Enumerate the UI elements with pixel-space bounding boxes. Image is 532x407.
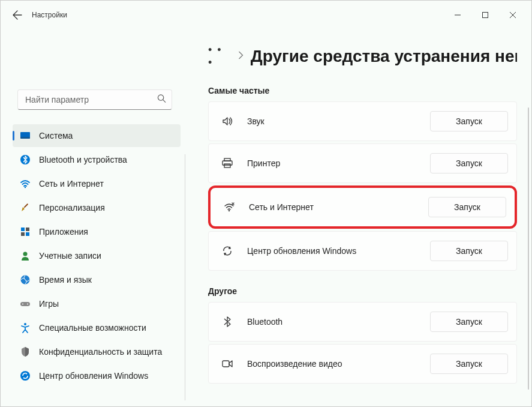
- launch-button-bluetooth[interactable]: Запуск: [430, 312, 508, 332]
- bluetooth-outline-icon: [221, 315, 234, 328]
- troubleshooter-video[interactable]: Воспроизведение видео Запуск: [208, 344, 517, 384]
- sidebar-item-network[interactable]: Сеть и Интернет: [13, 172, 181, 195]
- back-arrow-icon: [13, 10, 22, 20]
- sidebar-item-privacy[interactable]: Конфиденциальность и защита: [13, 340, 181, 363]
- svg-rect-6: [23, 204, 28, 208]
- svg-rect-0: [483, 13, 488, 18]
- nav-label: Персонализация: [39, 203, 105, 213]
- svg-point-21: [229, 210, 230, 211]
- network-icon: [223, 200, 236, 214]
- svg-point-16: [24, 323, 26, 325]
- maximize-button[interactable]: [471, 5, 499, 25]
- launch-button-internet[interactable]: Запуск: [428, 197, 506, 217]
- minimize-button[interactable]: [444, 5, 471, 25]
- close-button[interactable]: [499, 5, 527, 25]
- gaming-icon: [20, 298, 31, 309]
- sidebar-item-accessibility[interactable]: Специальные возможности: [13, 316, 181, 339]
- section-frequent-title: Самые частые: [208, 86, 517, 95]
- card-label: Звук: [247, 116, 430, 126]
- troubleshooter-winupdate[interactable]: Центр обновления Windows Запуск: [208, 231, 517, 271]
- svg-point-5: [25, 187, 26, 188]
- privacy-icon: [20, 346, 31, 357]
- sound-icon: [221, 115, 234, 128]
- content-scrollbar[interactable]: [528, 107, 529, 390]
- nav-label: Система: [39, 131, 73, 140]
- card-label: Сеть и Интернет: [249, 202, 428, 212]
- nav-list: Система Bluetooth и устройства Сеть и Ин…: [13, 124, 182, 387]
- app-title: Настройки: [32, 11, 67, 19]
- troubleshooter-printer[interactable]: Принтер Запуск: [208, 143, 517, 183]
- close-icon: [510, 12, 516, 18]
- apps-icon: [20, 226, 31, 237]
- frequent-list: Звук Запуск Принтер Запуск Сеть и Интерн…: [208, 101, 517, 271]
- svg-rect-22: [223, 361, 229, 367]
- nav-label: Сеть и Интернет: [39, 179, 104, 188]
- troubleshooter-sound[interactable]: Звук Запуск: [208, 101, 517, 141]
- sidebar-item-bluetooth[interactable]: Bluetooth и устройства: [13, 148, 181, 171]
- nav-label: Приложения: [39, 227, 88, 237]
- window-controls: [444, 5, 527, 25]
- svg-point-11: [23, 252, 28, 256]
- content-area: • • • Другие средства устранения неп Сам…: [187, 29, 531, 406]
- time-icon: [20, 274, 31, 285]
- launch-button-video[interactable]: Запуск: [430, 354, 508, 374]
- card-label: Воспроизведение видео: [247, 359, 430, 369]
- titlebar: Настройки: [1, 1, 531, 29]
- update-icon: [20, 370, 31, 381]
- accessibility-icon: [20, 322, 31, 333]
- svg-rect-20: [224, 164, 230, 167]
- nav-label: Специальные возможности: [39, 323, 146, 333]
- system-icon: [20, 130, 31, 141]
- nav-label: Игры: [39, 299, 59, 309]
- sidebar: Система Bluetooth и устройства Сеть и Ин…: [1, 29, 187, 406]
- wifi-icon: [20, 178, 31, 189]
- other-list: Bluetooth Запуск Воспроизведение видео З…: [208, 302, 517, 384]
- sidebar-item-personalization[interactable]: Персонализация: [13, 196, 181, 219]
- maximize-icon: [482, 12, 488, 18]
- troubleshooter-internet[interactable]: Сеть и Интернет Запуск: [208, 185, 517, 229]
- card-label: Принтер: [247, 158, 430, 168]
- video-icon: [221, 357, 234, 370]
- launch-button-printer[interactable]: Запуск: [430, 153, 508, 173]
- minimize-icon: [455, 12, 461, 18]
- sidebar-item-time[interactable]: Время и язык: [13, 268, 181, 291]
- svg-rect-10: [26, 232, 29, 236]
- svg-rect-13: [20, 302, 30, 306]
- svg-point-17: [20, 371, 30, 381]
- bluetooth-icon: [20, 154, 31, 165]
- nav-label: Учетные записи: [39, 251, 101, 261]
- svg-rect-3: [20, 137, 30, 139]
- breadcrumb-more[interactable]: • • •: [208, 44, 231, 69]
- sync-icon: [221, 244, 234, 258]
- sidebar-item-update[interactable]: Центр обновления Windows: [13, 364, 181, 387]
- troubleshooter-bluetooth[interactable]: Bluetooth Запуск: [208, 302, 517, 342]
- nav-label: Конфиденциальность и защита: [39, 347, 162, 357]
- svg-point-15: [27, 304, 28, 305]
- sidebar-divider: [185, 154, 185, 400]
- nav-label: Центр обновления Windows: [39, 371, 148, 381]
- card-label: Bluetooth: [247, 317, 430, 327]
- card-label: Центр обновления Windows: [247, 246, 430, 256]
- svg-point-14: [22, 304, 23, 305]
- svg-rect-7: [21, 228, 25, 231]
- nav-label: Время и язык: [39, 275, 92, 285]
- launch-button-sound[interactable]: Запуск: [430, 111, 508, 131]
- search-input[interactable]: [17, 89, 172, 110]
- printer-icon: [221, 157, 234, 170]
- sidebar-item-gaming[interactable]: Игры: [13, 292, 181, 315]
- nav-label: Bluetooth и устройства: [39, 155, 127, 164]
- accounts-icon: [20, 250, 31, 261]
- svg-rect-8: [26, 228, 29, 231]
- sidebar-item-accounts[interactable]: Учетные записи: [13, 244, 181, 267]
- sidebar-item-system[interactable]: Система: [13, 124, 181, 147]
- sidebar-item-apps[interactable]: Приложения: [13, 220, 181, 243]
- svg-rect-9: [21, 232, 25, 236]
- chevron-right-icon: [238, 51, 244, 62]
- back-button[interactable]: [5, 3, 29, 27]
- launch-button-winupdate[interactable]: Запуск: [430, 241, 508, 261]
- section-other-title: Другое: [208, 286, 517, 296]
- page-title: Другие средства устранения неп: [251, 47, 517, 66]
- breadcrumb: • • • Другие средства устранения неп: [208, 44, 517, 69]
- personalization-icon: [20, 202, 31, 213]
